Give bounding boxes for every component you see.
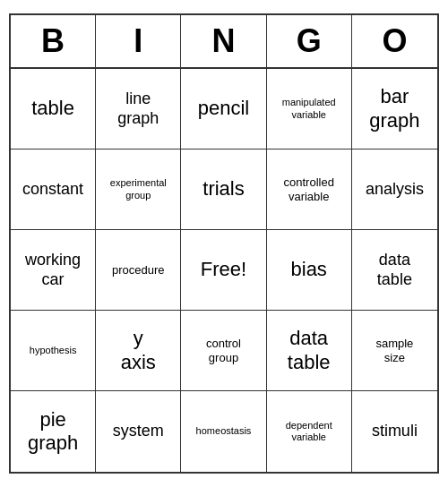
- cell-text: datatable: [288, 327, 331, 374]
- bingo-cell[interactable]: samplesize: [352, 311, 437, 391]
- bingo-cell[interactable]: controlledvariable: [267, 150, 352, 230]
- bingo-grid: tablelinegraphpencilmanipulatedvariableb…: [11, 69, 437, 472]
- cell-text: controlledvariable: [284, 175, 334, 203]
- header-letter: N: [181, 15, 266, 67]
- cell-text: system: [113, 422, 164, 441]
- cell-text: Free!: [201, 258, 246, 281]
- header-letter: G: [267, 15, 352, 67]
- cell-text: analysis: [366, 180, 424, 200]
- cell-text: bargraph: [369, 85, 419, 132]
- cell-text: datatable: [377, 251, 412, 289]
- bingo-cell[interactable]: constant: [11, 150, 96, 230]
- cell-text: controlgroup: [206, 337, 241, 364]
- bingo-cell[interactable]: datatable: [352, 230, 437, 311]
- bingo-cell[interactable]: yaxis: [96, 311, 181, 391]
- header-letter: I: [96, 15, 181, 67]
- bingo-cell[interactable]: linegraph: [96, 69, 181, 150]
- bingo-cell[interactable]: trials: [181, 150, 266, 230]
- cell-text: piegraph: [28, 408, 78, 456]
- cell-text: workingcar: [25, 251, 81, 289]
- bingo-cell[interactable]: hypothesis: [11, 311, 96, 391]
- bingo-cell[interactable]: experimentalgroup: [96, 150, 181, 230]
- bingo-cell[interactable]: Free!: [181, 230, 266, 311]
- bingo-cell[interactable]: procedure: [96, 230, 181, 311]
- cell-text: trials: [202, 177, 244, 201]
- bingo-cell[interactable]: homeostasis: [181, 391, 266, 472]
- bingo-card: BINGO tablelinegraphpencilmanipulatedvar…: [9, 13, 439, 474]
- bingo-cell[interactable]: analysis: [352, 150, 437, 230]
- cell-text: constant: [22, 180, 83, 200]
- cell-text: bias: [291, 258, 327, 281]
- bingo-cell[interactable]: system: [96, 391, 181, 472]
- bingo-cell[interactable]: stimuli: [352, 391, 437, 472]
- cell-text: hypothesis: [30, 345, 77, 356]
- cell-text: samplesize: [375, 337, 413, 364]
- cell-text: stimuli: [372, 422, 418, 441]
- bingo-cell[interactable]: piegraph: [11, 391, 96, 472]
- bingo-cell[interactable]: dependentvariable: [267, 391, 352, 472]
- bingo-cell[interactable]: table: [11, 69, 96, 150]
- bingo-cell[interactable]: datatable: [267, 311, 352, 391]
- cell-text: linegraph: [117, 90, 159, 128]
- cell-text: pencil: [198, 97, 249, 120]
- cell-text: dependentvariable: [286, 420, 332, 443]
- cell-text: yaxis: [121, 327, 156, 374]
- cell-text: manipulatedvariable: [282, 97, 336, 120]
- cell-text: procedure: [112, 263, 165, 278]
- bingo-cell[interactable]: bargraph: [352, 69, 437, 150]
- bingo-cell[interactable]: bias: [267, 230, 352, 311]
- cell-text: experimentalgroup: [110, 177, 167, 201]
- bingo-cell[interactable]: pencil: [181, 69, 266, 150]
- cell-text: homeostasis: [196, 425, 252, 437]
- bingo-cell[interactable]: controlgroup: [181, 311, 266, 391]
- bingo-cell[interactable]: workingcar: [11, 230, 96, 311]
- cell-text: table: [31, 97, 74, 120]
- bingo-cell[interactable]: manipulatedvariable: [267, 69, 352, 150]
- bingo-header: BINGO: [11, 15, 437, 69]
- header-letter: O: [352, 15, 437, 67]
- header-letter: B: [11, 15, 96, 67]
